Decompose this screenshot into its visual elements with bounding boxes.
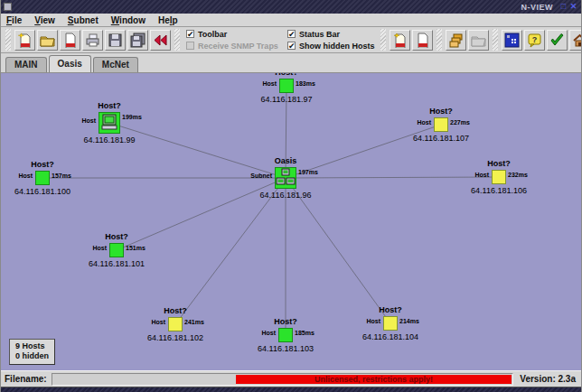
menu-view[interactable]: View — [34, 15, 55, 25]
help-button[interactable]: ? — [524, 30, 545, 51]
computer-icon[interactable] — [99, 112, 120, 134]
node-ip-label: 64.116.181.96 — [227, 191, 344, 200]
node-latency-label: 232ms — [508, 172, 528, 178]
node-ip-label: 64.116.181.103 — [227, 344, 344, 353]
checkbox-toolbar[interactable]: ✔Toolbar — [186, 29, 278, 40]
view-options: ✔ToolbarReceive SNMP Traps✔Status Bar✔Sh… — [186, 29, 374, 51]
node-name-label: Host? — [387, 107, 495, 116]
filename-field[interactable]: Unlicensed, restrictions apply! — [52, 373, 514, 386]
version-label: Version: 2.3a — [518, 374, 577, 384]
checkbox-icon[interactable]: ✔ — [287, 30, 296, 38]
menu-file[interactable]: File — [6, 15, 22, 25]
checkbox-receive-snmp-traps: Receive SNMP Traps — [186, 41, 278, 51]
host-file-button[interactable] — [412, 30, 433, 51]
checkbox-show-hidden-hosts[interactable]: ✔Show hidden Hosts — [287, 41, 375, 51]
checkbox-status-bar[interactable]: ✔Status Bar — [287, 29, 375, 40]
node-type-label: Host — [92, 245, 107, 251]
menu-subnet[interactable]: Subnet — [68, 15, 99, 25]
host-status-icon[interactable] — [278, 328, 293, 342]
node-latency-label: 227ms — [450, 119, 470, 126]
node-latency-label: 157ms — [52, 173, 71, 179]
node-latency-label: 183ms — [296, 80, 315, 87]
title-bar: N-VIEW □ ✕ — [1, 0, 581, 14]
checkbox-icon — [186, 42, 194, 50]
reload-arrows-button[interactable] — [150, 30, 171, 51]
host-status-icon[interactable] — [279, 79, 294, 93]
save-button[interactable] — [105, 30, 126, 51]
host-status-icon[interactable] — [492, 170, 506, 184]
print-button[interactable] — [82, 30, 103, 51]
node-name-label: Oasis — [231, 156, 340, 165]
host-counter-box: 9 Hosts 0 hidden — [9, 339, 55, 365]
tab-mcnet[interactable]: McNet — [93, 57, 138, 72]
toolbar: ✔ToolbarReceive SNMP Traps✔Status Bar✔Sh… — [1, 27, 581, 53]
app-icon[interactable] — [4, 3, 12, 11]
node-type-label: Host — [474, 172, 489, 178]
tab-oasis[interactable]: Oasis — [49, 55, 91, 72]
host-status-icon[interactable] — [35, 171, 50, 185]
node-type-label: Host — [261, 330, 276, 336]
node-type-label: Host — [417, 119, 431, 126]
node-name-label: Host? — [231, 317, 340, 326]
cascade-windows-button[interactable] — [446, 30, 466, 51]
checkbox-icon[interactable]: ✔ — [186, 30, 194, 38]
node-ip-label: 64.116.181.100 — [1, 187, 101, 196]
host-status-icon[interactable] — [168, 317, 183, 331]
tile-windows-button-disabled — [468, 30, 489, 51]
license-warning: Unlicensed, restrictions apply! — [236, 375, 512, 384]
host-status-icon[interactable] — [109, 243, 124, 257]
menu-window[interactable]: Window — [111, 15, 146, 25]
filename-label: Filename: — [5, 374, 47, 384]
node-ip-label: 64.116.181.99 — [51, 135, 168, 145]
node-name-label: Host? — [121, 306, 230, 315]
toolbar-grip[interactable] — [5, 29, 11, 51]
node-name-label: Host? — [336, 305, 445, 314]
menu-help[interactable]: Help — [158, 15, 178, 25]
node-name-label: Host? — [445, 159, 553, 168]
apply-check-button[interactable] — [547, 30, 568, 51]
node-ip-label: 64.116.181.102 — [117, 333, 234, 342]
checkbox-label: Show hidden Hosts — [299, 42, 375, 51]
toolbar-grip[interactable] — [174, 29, 180, 51]
node-type-label: Host — [81, 117, 96, 124]
host-status-icon[interactable] — [434, 117, 448, 132]
node-name-label: Host? — [62, 232, 171, 241]
bottom-window-edge — [1, 387, 581, 392]
node-type-label: Host — [151, 319, 165, 325]
node-ip-label: 64.116.181.101 — [58, 259, 175, 268]
network-file-button[interactable] — [60, 30, 80, 51]
node-latency-label: 151ms — [126, 245, 146, 251]
hidden-count: 0 hidden — [15, 351, 49, 361]
node-ip-label: 64.116.181.106 — [440, 186, 558, 195]
toolbar-grip[interactable] — [493, 29, 498, 51]
node-type-label: Host — [262, 80, 277, 87]
node-latency-label: 241ms — [184, 319, 204, 325]
node-latency-label: 197ms — [298, 169, 318, 175]
node-type-label: Host — [366, 318, 380, 324]
node-type-label: Host — [18, 173, 33, 179]
save-all-button[interactable] — [127, 30, 148, 51]
home-button[interactable] — [569, 30, 582, 51]
close-icon[interactable]: ✕ — [568, 3, 578, 12]
checkbox-icon[interactable]: ✔ — [287, 42, 296, 50]
node-name-label: Host? — [1, 160, 97, 169]
host-status-icon[interactable] — [383, 316, 398, 331]
checkbox-label: Toolbar — [198, 30, 227, 39]
checkbox-label: Status Bar — [299, 30, 340, 39]
subnet-tab-bar: MAINOasisMcNet — [1, 53, 581, 72]
menu-bar: FileViewSubnetWindowHelp — [1, 14, 581, 27]
status-bar: Filename: Unlicensed, restrictions apply… — [1, 370, 581, 387]
new-network-file-button[interactable] — [14, 30, 35, 51]
node-latency-label: 214ms — [399, 318, 419, 324]
node-latency-label: 185ms — [295, 330, 314, 336]
open-file-button[interactable] — [37, 30, 58, 51]
node-ip-label: 64.116.181.107 — [382, 134, 500, 143]
toolbar-grip[interactable] — [380, 29, 386, 51]
new-host-file-button[interactable] — [390, 30, 410, 51]
console-button[interactable] — [502, 30, 522, 51]
app-window: N-VIEW □ ✕ FileViewSubnetWindowHelp ✔Too — [0, 0, 582, 392]
subnet-icon[interactable] — [275, 167, 296, 189]
tab-main[interactable]: MAIN — [5, 57, 47, 72]
toolbar-grip[interactable] — [436, 29, 442, 51]
maximize-icon[interactable]: □ — [559, 3, 568, 12]
